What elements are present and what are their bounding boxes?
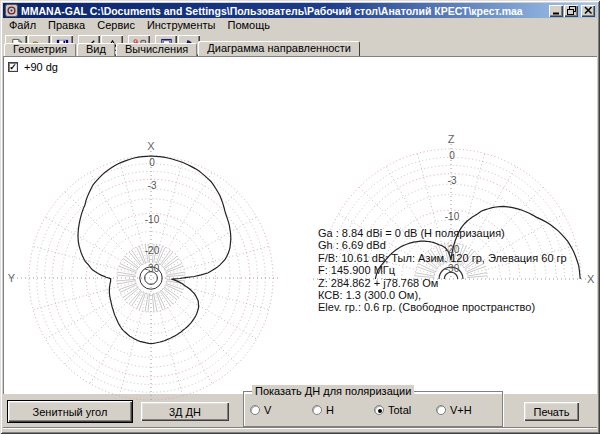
radio-v-label: V [264,404,271,416]
window-controls [549,5,595,17]
axis-label-right: X [587,273,595,285]
ring-label: -10 [445,211,460,222]
polarization-radio-row: VHTotalV+H [250,404,498,416]
menu-item-1[interactable]: Правка [42,19,91,32]
radio-v[interactable]: V [250,404,312,416]
tab-bar: ГеометрияВидВычисленияДиаграмма направле… [3,41,597,56]
menu-item-3[interactable]: Инструменты [141,19,222,32]
window-title: MMANA-GAL C:\Documents and Settings\Поль… [21,5,544,17]
ring-label: -3 [448,175,457,186]
result-line-3: F: 145.900 МГц [318,264,567,276]
footer-divider [3,427,597,429]
titlebar[interactable]: MMANA-GAL C:\Documents and Settings\Поль… [3,3,597,18]
3d-pattern-button[interactable]: 3Д ДН [141,402,229,421]
result-line-5: КСВ: 1.3 (300.0 Ом), [318,289,567,301]
result-line-6: Elev. гр.: 0.6 гр. (Свободное пространст… [318,301,567,313]
menubar: ФайлПравкаСервисИнструментыПомощь [3,19,597,32]
zenith-angle-button[interactable]: Зенитный угол [8,401,132,422]
app-icon [5,4,18,17]
plus90-checkbox[interactable]: ✓ +90 dg [8,61,58,73]
polarization-group-label: Показать ДН для поляризации [252,385,414,397]
minimize-button[interactable] [549,5,563,17]
results-text: Ga : 8.84 dBi = 0 dB (Н поляризация)Gh :… [318,227,567,314]
polarization-groupbox: Показать ДН для поляризации VHTotalV+H [243,391,503,427]
radio-h-circle[interactable] [312,405,322,415]
ring-label: -10 [145,214,160,225]
axis-label-top: X [147,140,155,152]
ring-label: 0 [149,157,155,168]
radio-h-label: H [326,404,334,416]
tab-radiation-pattern[interactable]: Диаграмма направленности [198,41,360,56]
radio-total-circle[interactable] [374,405,384,415]
tab-geometry[interactable]: Геометрия [4,43,76,56]
checkbox-label: +90 dg [24,61,58,73]
tab-view[interactable]: Вид [77,43,115,56]
result-line-0: Ga : 8.84 dBi = 0 dB (Н поляризация) [318,227,567,239]
menu-item-4[interactable]: Помощь [221,19,276,32]
ring-label: -3 [148,180,157,191]
mmana-window: MMANA-GAL C:\Documents and Settings\Поль… [0,0,600,434]
result-line-2: F/B: 10.61 dB; Тыл: Азим. 120 гр, Элевац… [318,252,567,264]
ring-label: -30 [145,263,160,274]
menu-item-2[interactable]: Сервис [91,19,141,32]
axis-label-top: Z [448,133,455,145]
radio-v-plus-h-label: V+H [450,404,472,416]
radio-total[interactable]: Total [374,404,436,416]
radio-h[interactable]: H [312,404,374,416]
radio-v-plus-h[interactable]: V+H [436,404,498,416]
axis-label-left: Y [8,272,16,284]
ring-label: -20 [145,245,160,256]
checkbox-check-icon[interactable]: ✓ [8,62,18,72]
menu-item-0[interactable]: Файл [3,19,42,32]
radio-v-plus-h-circle[interactable] [436,405,446,415]
radio-v-circle[interactable] [250,405,260,415]
result-line-4: Z: 284.862 + j78.768 Ом [318,277,567,289]
restore-button[interactable] [564,5,578,17]
pattern-panel: 0-3-10-20-30XY 0-3-10-20-30ZX [3,56,597,394]
print-button[interactable]: Печать [524,402,579,421]
ring-label: 0 [449,150,455,161]
result-line-1: Gh : 6.69 dBd [318,239,567,251]
radio-total-label: Total [388,404,411,416]
close-button[interactable] [581,5,595,17]
tab-calculations[interactable]: Вычисления [116,43,197,56]
